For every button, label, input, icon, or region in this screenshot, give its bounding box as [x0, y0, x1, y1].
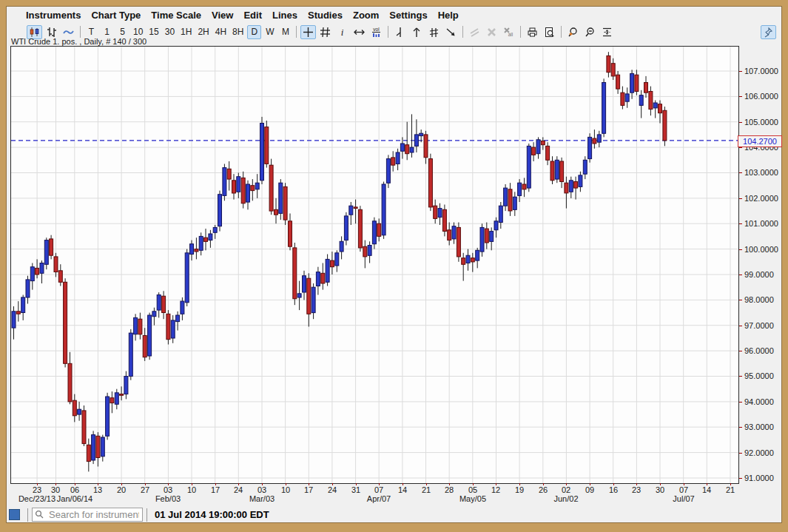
- price-axis-tick: [739, 427, 742, 428]
- instrument-color-swatch[interactable]: [9, 509, 20, 520]
- menu-time-scale[interactable]: Time Scale: [151, 10, 201, 21]
- timeframe-15-button[interactable]: 15: [147, 25, 161, 39]
- candle-up: [382, 184, 385, 235]
- candle-up: [452, 226, 456, 239]
- time-axis-day-label: 07: [679, 485, 688, 494]
- time-axis-day-label: 10: [187, 485, 196, 494]
- candle-down: [508, 189, 512, 211]
- timeframe-1h-button[interactable]: 1H: [178, 25, 194, 39]
- timeframe-4h-button[interactable]: 4H: [213, 25, 229, 39]
- time-axis-day-label: 14: [398, 485, 407, 494]
- menu-zoom[interactable]: Zoom: [353, 10, 379, 21]
- candle-down: [293, 248, 297, 299]
- candle-up: [569, 181, 573, 192]
- svg-text:i: i: [341, 27, 344, 38]
- time-axis-day-label: 17: [304, 485, 313, 494]
- volume-button[interactable]: vol: [368, 25, 384, 39]
- timeframe-m-button[interactable]: M: [278, 25, 292, 39]
- time-axis-day-label: 30: [51, 485, 60, 494]
- candle-down: [36, 268, 39, 275]
- menu-view[interactable]: View: [212, 10, 233, 21]
- price-axis-tick: [739, 96, 742, 97]
- candle-up: [386, 159, 390, 183]
- timeframe-d-button[interactable]: D: [247, 25, 261, 39]
- candle-down: [64, 282, 67, 363]
- timeframe-2h-button[interactable]: 2H: [195, 25, 211, 39]
- menu-lines[interactable]: Lines: [272, 10, 297, 21]
- candle-down: [354, 207, 357, 209]
- zoom-in-button[interactable]: [565, 25, 581, 39]
- candle-up: [555, 160, 559, 179]
- price-axis-tick: [739, 275, 742, 275]
- pin-button[interactable]: [761, 25, 776, 39]
- menu-chart-type[interactable]: Chart Type: [91, 10, 141, 21]
- candle-up: [490, 232, 494, 242]
- candle-down: [58, 271, 62, 283]
- print-button[interactable]: [525, 25, 540, 39]
- price-axis-tick: [739, 147, 742, 148]
- candle-up: [255, 183, 259, 189]
- time-axis-day-label: 23: [33, 485, 41, 494]
- horizontal-expand-button[interactable]: [351, 25, 367, 39]
- info-button[interactable]: i: [334, 25, 350, 39]
- candle-up: [40, 263, 44, 274]
- delete-all-lines-button[interactable]: all: [501, 25, 516, 39]
- candle-down: [611, 64, 615, 76]
- print-preview-button[interactable]: [542, 25, 557, 39]
- timeframe-w-button[interactable]: W: [263, 25, 277, 39]
- menu-settings[interactable]: Settings: [389, 10, 427, 21]
- candle-down: [442, 209, 446, 231]
- candle-up: [335, 253, 339, 266]
- grid-button[interactable]: [317, 25, 333, 39]
- candle-down: [405, 145, 409, 154]
- time-axis-day-label: 13: [93, 485, 102, 494]
- candle-up: [597, 135, 601, 142]
- price-axis-tick: [739, 300, 742, 300]
- candle-up: [260, 124, 264, 181]
- candle-down: [377, 223, 381, 236]
- price-axis-tick: [739, 376, 742, 377]
- candle-down: [50, 239, 53, 255]
- candle-up: [639, 95, 643, 106]
- timeframe-8h-button[interactable]: 8H: [230, 25, 246, 39]
- price-axis-label: 99.0000: [744, 270, 774, 279]
- parallel-lines-button[interactable]: [467, 25, 482, 39]
- crosshair-button[interactable]: [300, 25, 316, 39]
- candle-down: [574, 182, 578, 189]
- candle-up: [21, 297, 25, 313]
- time-axis-month-label: Jun/02: [553, 494, 578, 503]
- candle-up: [106, 397, 110, 436]
- menu-edit[interactable]: Edit: [243, 10, 262, 21]
- delete-line-button[interactable]: [484, 25, 499, 39]
- candle-up: [181, 301, 184, 314]
- statusbar-separator: [147, 508, 147, 522]
- candle-up: [499, 206, 502, 222]
- ray-tool-button[interactable]: [443, 25, 459, 39]
- statusbar-separator: [27, 508, 28, 522]
- toolbar-separator: [561, 26, 562, 38]
- menu-studies[interactable]: Studies: [308, 10, 343, 21]
- price-axis-label: 91.0000: [744, 474, 774, 482]
- menu-instruments[interactable]: Instruments: [26, 10, 81, 21]
- time-axis-month-label: Apr/07: [367, 494, 391, 503]
- chart-plot-area[interactable]: [10, 46, 739, 484]
- candle-down: [195, 249, 198, 252]
- price-axis-tick: [739, 351, 742, 351]
- parallel-line-tool-button[interactable]: [426, 25, 442, 39]
- candle-down: [330, 260, 334, 267]
- candle-down: [275, 209, 278, 215]
- zoom-out-button[interactable]: [582, 25, 598, 39]
- fit-vertical-button[interactable]: [599, 25, 615, 39]
- toolbar-separator: [462, 26, 463, 38]
- time-axis-day-label: 23: [632, 485, 641, 494]
- candle-down: [448, 230, 451, 240]
- candle-up: [630, 73, 634, 92]
- trend-line-tool-button[interactable]: [409, 25, 425, 39]
- menu-help[interactable]: Help: [438, 10, 459, 21]
- candle-down: [265, 127, 269, 164]
- vertical-line-tool-button[interactable]: [392, 25, 408, 39]
- candle-down: [621, 92, 624, 105]
- time-axis-day-label: 05: [468, 485, 477, 494]
- search-input[interactable]: [32, 508, 143, 522]
- timeframe-30-button[interactable]: 30: [163, 25, 177, 39]
